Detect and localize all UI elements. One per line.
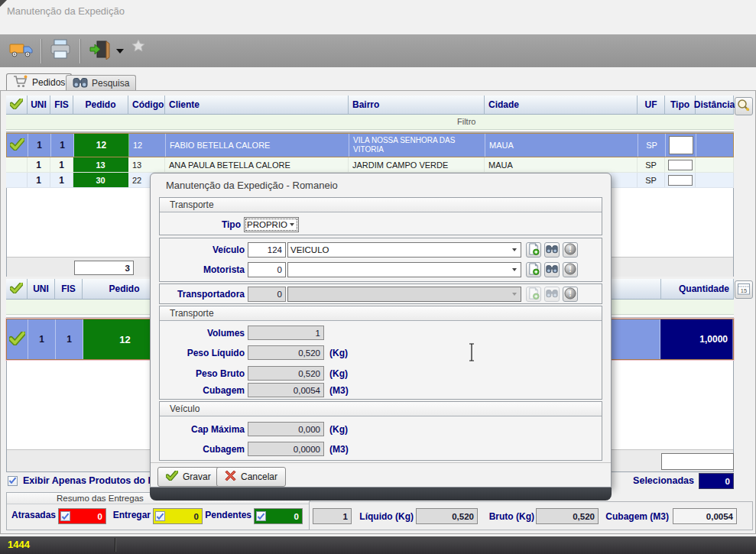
- veiculo-info-button[interactable]: !: [563, 242, 578, 258]
- tipo-box[interactable]: [669, 136, 693, 154]
- new-document-icon: [527, 243, 540, 258]
- entregar-field: 0: [153, 508, 203, 524]
- peso-liquido-value: 0,520: [248, 345, 324, 360]
- veiculo-search-button[interactable]: [544, 242, 560, 258]
- veiculo-code-input[interactable]: 124: [248, 242, 286, 258]
- cell-cliente: ANA PAULA BETELLA CALORE: [165, 157, 349, 172]
- cell-pedido: 30: [73, 173, 128, 187]
- pendentes-field: 0: [254, 508, 303, 524]
- row-check-cell[interactable]: [6, 173, 28, 187]
- tipo-combobox[interactable]: PROPRIO: [244, 217, 299, 232]
- cell-tipo: [666, 134, 696, 157]
- col-header-cliente[interactable]: Cliente: [165, 96, 349, 115]
- tab-pedidos[interactable]: Pedidos: [6, 73, 72, 91]
- m3-unit: (M3): [329, 442, 360, 457]
- col-header-uni[interactable]: UNI: [28, 96, 50, 115]
- col-header-fis[interactable]: FIS: [55, 279, 83, 300]
- window-corner-mark: [0, 0, 7, 7]
- svg-text:!: !: [569, 289, 571, 297]
- cancel-button[interactable]: Cancelar: [216, 467, 286, 487]
- check-column-header[interactable]: [6, 279, 28, 300]
- veiculo-new-button[interactable]: [526, 242, 541, 258]
- save-button-label: Gravar: [183, 471, 211, 482]
- exit-door-icon: [89, 40, 110, 62]
- exit-button[interactable]: [84, 37, 115, 66]
- tab-pesquisa-label: Pesquisa: [92, 78, 129, 89]
- cell-distancia: [696, 134, 735, 157]
- cubagem-value-box: 0,0054: [673, 508, 737, 524]
- favorite-star[interactable]: [131, 39, 145, 55]
- cell-tipo: [665, 157, 696, 172]
- dialog-title: Manutenção da Expedição - Romaneio: [166, 180, 338, 191]
- veiculo-combobox[interactable]: VEICULO: [287, 242, 521, 258]
- tipo-box[interactable]: [668, 160, 693, 170]
- col-header-pedido[interactable]: Pedido: [73, 96, 128, 115]
- motorista-search-button[interactable]: [544, 262, 560, 277]
- new-document-icon: [527, 287, 540, 302]
- cell-uni: 1: [28, 173, 50, 187]
- transportadora-new-button: [526, 287, 541, 302]
- table-row[interactable]: 1 1 12 12 FABIO BETELLA CALORE VILA NOSS…: [6, 133, 734, 157]
- table-row[interactable]: 1 1 13 13 ANA PAULA BETELLA CALORE JARDI…: [6, 157, 734, 173]
- row-check-cell[interactable]: [6, 157, 28, 172]
- col-header-uni[interactable]: UNI: [28, 279, 55, 300]
- transport-type-group: Transporte Tipo PROPRIO: [159, 197, 602, 235]
- cell-uf: SP: [638, 134, 666, 157]
- motorista-info-button[interactable]: !: [563, 262, 578, 277]
- cell-codigo: 12: [129, 134, 166, 157]
- tipo-label: Tipo: [160, 217, 241, 232]
- veiculo-name: VEICULO: [288, 245, 512, 254]
- calendar-day-label: 15: [741, 287, 747, 294]
- col-header-fis[interactable]: FIS: [50, 96, 73, 115]
- cell-uni: 1: [28, 157, 50, 172]
- expedition-truck-button[interactable]: [6, 37, 37, 66]
- pendentes-value: 0: [268, 512, 300, 521]
- col-header-tipo[interactable]: Tipo: [665, 96, 696, 115]
- orders-filter-row[interactable]: Filtro: [6, 115, 734, 130]
- motorista-new-button[interactable]: [526, 262, 541, 277]
- col-header-quantidade[interactable]: Quantidade: [661, 279, 734, 300]
- col-header-distancia[interactable]: Distância: [696, 96, 734, 115]
- motorista-combobox[interactable]: [287, 262, 521, 277]
- cell-cidade: MAUA: [485, 134, 638, 157]
- bruto-label: Bruto (Kg): [484, 511, 534, 522]
- group-title: Transporte: [160, 198, 602, 212]
- footer-empty-box[interactable]: [661, 453, 734, 470]
- cubagem-label: Cubagem (M3): [605, 511, 669, 522]
- date-filter-button[interactable]: 15: [735, 280, 753, 299]
- atrasadas-checkbox[interactable]: [60, 511, 70, 521]
- row-check-cell[interactable]: [7, 134, 28, 157]
- col-header-bairro[interactable]: Bairro: [349, 96, 485, 115]
- check-column-header[interactable]: [6, 96, 28, 115]
- column-search-button[interactable]: [735, 97, 753, 115]
- row-check-cell[interactable]: [7, 319, 28, 359]
- tipo-box[interactable]: [668, 175, 693, 186]
- tab-pesquisa[interactable]: Pesquisa: [66, 75, 136, 91]
- cap-maxima-label: Cap Máxima: [160, 422, 245, 437]
- transportadora-box: Transportadora 0 !: [159, 283, 602, 304]
- col-header-uf[interactable]: UF: [638, 96, 665, 115]
- atrasadas-value: 0: [72, 512, 104, 521]
- cart-icon: [13, 75, 28, 90]
- info-icon: !: [564, 287, 576, 302]
- cubagem-label: Cubagem: [160, 383, 245, 398]
- motorista-code-input[interactable]: 0: [248, 262, 286, 277]
- exit-dropdown-button[interactable]: [115, 46, 125, 57]
- calendar-icon: 15: [737, 282, 751, 298]
- exibir-checkbox[interactable]: [8, 476, 18, 486]
- record-count: 1444: [8, 539, 30, 550]
- main-toolbar: [0, 34, 756, 67]
- entregar-value: 0: [167, 512, 200, 521]
- binoculars-icon: [73, 76, 88, 90]
- save-button[interactable]: Gravar: [157, 467, 219, 487]
- transport-totals-group: Transporte Volumes 1 Peso Líquido 0,520 …: [159, 306, 602, 400]
- group-title: Transporte: [160, 306, 602, 321]
- print-button[interactable]: [45, 37, 76, 66]
- kg-unit: (Kg): [329, 422, 360, 437]
- col-header-cidade[interactable]: Cidade: [485, 96, 638, 115]
- entregar-checkbox[interactable]: [155, 511, 165, 521]
- romaneio-dialog: Manutenção da Expedição - Romaneio Trans…: [150, 173, 612, 488]
- transportadora-info-button: !: [563, 287, 578, 302]
- pendentes-checkbox[interactable]: [256, 511, 266, 521]
- col-header-codigo[interactable]: Código: [128, 96, 165, 115]
